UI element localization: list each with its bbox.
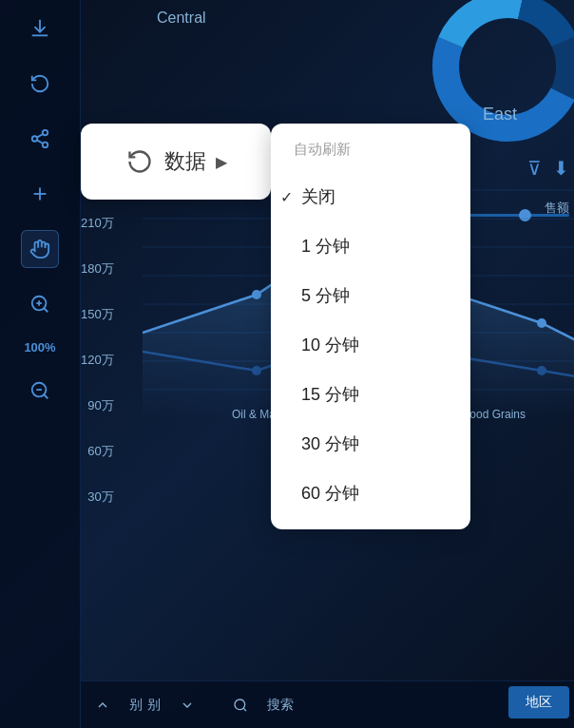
svg-line-35	[243, 708, 246, 711]
svg-line-13	[44, 394, 48, 398]
submenu-item-15min[interactable]: ✓ 15 分钟	[271, 370, 470, 419]
zoom-level: 100%	[24, 340, 55, 354]
submenu-15min-label: 15 分钟	[301, 383, 359, 406]
bottom-chevron-down[interactable]	[180, 698, 195, 713]
share-icon[interactable]	[21, 120, 59, 158]
submenu-item-5min[interactable]: ✓ 5 分钟	[271, 271, 470, 320]
submenu-10min-label: 10 分钟	[301, 334, 359, 356]
svg-point-3	[43, 143, 48, 148]
submenu-header: 自动刷新	[271, 135, 470, 172]
submenu-item-30min[interactable]: ✓ 30 分钟	[271, 419, 470, 469]
sidebar: 100%	[0, 0, 81, 728]
bottom-bar: 别别 搜索	[81, 680, 574, 728]
y-label-60: 60万	[87, 443, 113, 460]
submenu-item-60min[interactable]: ✓ 60 分钟	[271, 469, 470, 518]
bottom-chevron-up[interactable]	[95, 698, 110, 713]
category-label: 别别	[129, 697, 161, 714]
data-menu-trigger[interactable]: 数据 ▶	[81, 124, 271, 200]
submenu-1min-label: 1 分钟	[301, 235, 350, 258]
pan-icon[interactable]	[21, 230, 59, 268]
y-label-30: 30万	[87, 489, 113, 506]
east-label: East	[483, 105, 517, 126]
y-label-120: 120万	[81, 352, 114, 369]
svg-point-2	[32, 136, 38, 142]
data-menu-arrow: ▶	[216, 153, 227, 171]
data-refresh-icon	[124, 146, 155, 177]
y-label-90: 90万	[87, 397, 113, 414]
submenu-item-off[interactable]: ✓ 关闭	[271, 172, 470, 221]
svg-point-1	[43, 130, 48, 136]
data-menu-label: 数据	[164, 147, 206, 176]
y-axis: 240万 210万 180万 150万 120万 90万 60万 30万	[81, 169, 122, 506]
svg-line-5	[37, 134, 43, 138]
auto-refresh-submenu: 自动刷新 ✓ 关闭 ✓ 1 分钟 ✓ 5 分钟 ✓ 10 分钟 ✓ 15 分钟 …	[271, 124, 470, 529]
download-icon[interactable]	[21, 10, 59, 48]
add-icon[interactable]	[21, 175, 59, 213]
submenu-off-label: 关闭	[301, 185, 335, 208]
submenu-5min-label: 5 分钟	[301, 284, 350, 307]
region-button[interactable]: 地区	[508, 686, 569, 718]
y-label-180: 180万	[81, 260, 114, 278]
svg-text:Food Grains: Food Grains	[463, 408, 526, 421]
zoom-in-icon[interactable]	[21, 285, 59, 323]
svg-point-34	[235, 699, 245, 710]
svg-line-4	[37, 140, 43, 144]
submenu-item-10min[interactable]: ✓ 10 分钟	[271, 320, 470, 370]
search-label[interactable]: 搜索	[267, 697, 294, 714]
central-label: Central	[157, 10, 206, 27]
zoom-out-icon[interactable]	[21, 372, 59, 410]
search-icon[interactable]	[233, 698, 248, 713]
svg-line-9	[44, 308, 48, 312]
submenu-item-1min[interactable]: ✓ 1 分钟	[271, 221, 470, 271]
y-label-210: 210万	[81, 215, 114, 232]
y-label-150: 150万	[81, 306, 114, 323]
submenu-60min-label: 60 分钟	[301, 482, 359, 505]
check-icon: ✓	[280, 188, 293, 206]
auto-refresh-icon[interactable]	[21, 65, 59, 103]
submenu-30min-label: 30 分钟	[301, 432, 359, 455]
